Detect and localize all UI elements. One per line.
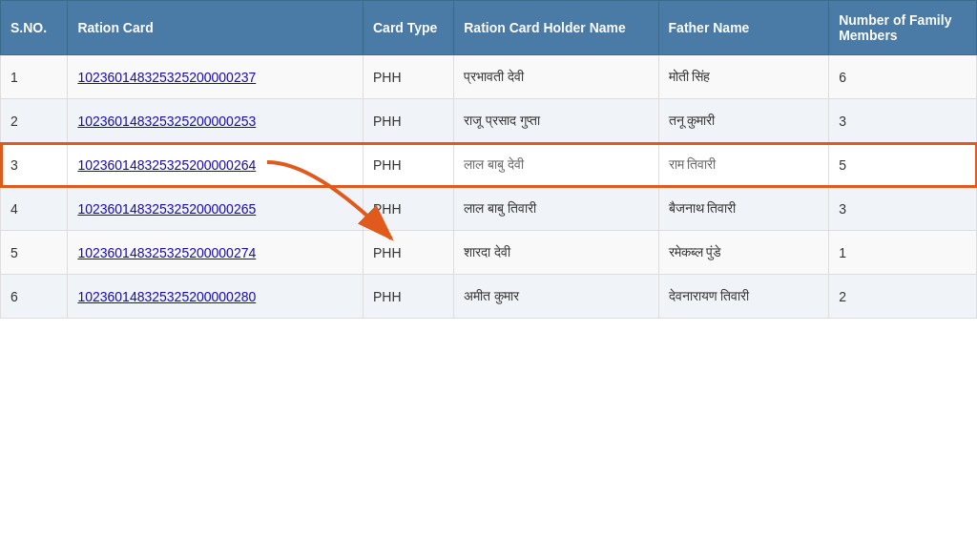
- cell-ration-card[interactable]: 102360148325325200000265: [68, 187, 364, 231]
- cell-ration-card[interactable]: 102360148325325200000253: [68, 99, 364, 143]
- cell-ration-card[interactable]: 102360148325325200000264: [68, 143, 364, 187]
- table-row: 6102360148325325200000280PHHअमीत कुमारदे…: [1, 275, 977, 319]
- cell-card-type: PHH: [363, 55, 453, 99]
- table-wrapper: S.NO. Ration Card Card Type Ration Card …: [0, 0, 977, 319]
- header-holder-name: Ration Card Holder Name: [454, 1, 658, 55]
- cell-card-type: PHH: [363, 143, 453, 187]
- cell-sno: 1: [1, 55, 68, 99]
- cell-father-name: देवनारायण तिवारी: [658, 275, 829, 319]
- cell-father-name: मोती सिंह: [658, 55, 829, 99]
- cell-family-members: 3: [829, 187, 977, 231]
- cell-holder-name: राजू प्रसाद गुप्ता: [454, 99, 658, 143]
- header-ration-card: Ration Card: [68, 1, 364, 55]
- cell-holder-name: अमीत कुमार: [454, 275, 658, 319]
- ration-card-link[interactable]: 102360148325325200000280: [77, 289, 256, 304]
- cell-sno: 6: [1, 275, 68, 319]
- ration-card-link[interactable]: 102360148325325200000253: [77, 114, 256, 129]
- cell-sno: 5: [1, 231, 68, 275]
- cell-sno: 4: [1, 187, 68, 231]
- cell-card-type: PHH: [363, 231, 453, 275]
- ration-card-table: S.NO. Ration Card Card Type Ration Card …: [0, 0, 977, 319]
- table-header-row: S.NO. Ration Card Card Type Ration Card …: [1, 1, 977, 55]
- ration-card-link[interactable]: 102360148325325200000274: [77, 245, 256, 260]
- cell-family-members: 1: [829, 231, 977, 275]
- cell-ration-card[interactable]: 102360148325325200000237: [68, 55, 364, 99]
- cell-card-type: PHH: [363, 187, 453, 231]
- table-row: 2102360148325325200000253PHHराजू प्रसाद …: [1, 99, 977, 143]
- cell-card-type: PHH: [363, 99, 453, 143]
- cell-sno: 2: [1, 99, 68, 143]
- table-body: 1102360148325325200000237PHHप्रभावती देव…: [1, 55, 977, 319]
- cell-family-members: 3: [829, 99, 977, 143]
- header-sno: S.NO.: [1, 1, 68, 55]
- cell-holder-name: लाल बाबु देवी: [454, 143, 658, 187]
- cell-holder-name: प्रभावती देवी: [454, 55, 658, 99]
- header-family-members: Number of Family Members: [829, 1, 977, 55]
- ration-card-link[interactable]: 102360148325325200000264: [77, 157, 256, 173]
- table-row: 1102360148325325200000237PHHप्रभावती देव…: [1, 55, 977, 99]
- cell-holder-name: शारदा देवी: [454, 231, 658, 275]
- cell-ration-card[interactable]: 102360148325325200000274: [68, 231, 364, 275]
- header-father-name: Father Name: [658, 1, 829, 55]
- cell-sno: 3: [1, 143, 68, 187]
- table-row: 3102360148325325200000264PHHलाल बाबु देव…: [1, 143, 977, 187]
- table-row: 4102360148325325200000265PHHलाल बाबु तिव…: [1, 187, 977, 231]
- cell-ration-card[interactable]: 102360148325325200000280: [68, 275, 364, 319]
- table-row: 5102360148325325200000274PHHशारदा देवीरम…: [1, 231, 977, 275]
- cell-father-name: राम तिवारी: [658, 143, 829, 187]
- cell-card-type: PHH: [363, 275, 453, 319]
- header-card-type: Card Type: [363, 1, 453, 55]
- cell-family-members: 5: [829, 143, 977, 187]
- cell-family-members: 2: [829, 275, 977, 319]
- cell-father-name: रमेकब्ल पुंडे: [658, 231, 829, 275]
- ration-card-link[interactable]: 102360148325325200000237: [77, 70, 256, 85]
- ration-card-link[interactable]: 102360148325325200000265: [77, 201, 256, 217]
- cell-father-name: बैजनाथ तिवारी: [658, 187, 829, 231]
- cell-holder-name: लाल बाबु तिवारी: [454, 187, 658, 231]
- cell-father-name: तनू कुमारी: [658, 99, 829, 143]
- cell-family-members: 6: [829, 55, 977, 99]
